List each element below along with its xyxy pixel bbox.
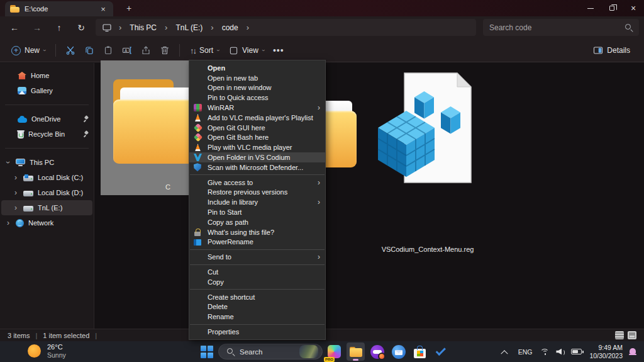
menu-item-copy[interactable]: Copy (189, 277, 325, 287)
up-button[interactable]: ↑ (51, 20, 67, 36)
breadcrumb-item-code[interactable]: code (221, 23, 240, 32)
new-tab-button[interactable]: + (123, 3, 135, 14)
menu-item-cut[interactable]: Cut (189, 267, 325, 277)
clock[interactable]: 9:49 AM 10/30/2023 (589, 344, 623, 360)
close-button[interactable]: × (623, 0, 644, 16)
sort-button[interactable]: ↑↓ Sort › (185, 42, 224, 59)
sidebar-item-tnl-e[interactable]: ›TnL (E:) (1, 200, 92, 215)
menu-item-winrar[interactable]: WinRAR› (189, 103, 325, 113)
tab-close-icon[interactable]: × (98, 4, 108, 14)
details-view-toggle-icon[interactable] (615, 331, 624, 339)
menu-item-pin-to-quick-access[interactable]: Pin to Quick access (189, 93, 325, 103)
language-indicator[interactable]: ENG (518, 348, 533, 356)
copy-button[interactable] (80, 42, 99, 59)
taskbar-search[interactable]: Search (218, 344, 323, 359)
menu-item-give-access-to[interactable]: Give access to› (189, 178, 325, 188)
sidebar-item-local-disk-d[interactable]: ›Local Disk (D:) (1, 185, 92, 200)
menu-item-scan-with-microsoft-defender[interactable]: Scan with Microsoft Defender... (189, 162, 325, 173)
back-button[interactable]: ← (6, 20, 23, 36)
details-pane-button[interactable]: Details (588, 42, 635, 59)
taskbar: 26°C Sunny Search PRO ENG 9:49 AM 10/30/… (0, 341, 644, 362)
chevron-up-icon[interactable] (501, 350, 508, 357)
start-button[interactable] (200, 345, 214, 359)
taskbar-apps: PRO (325, 342, 450, 361)
chevron-right-icon[interactable]: › (13, 205, 19, 211)
menu-separator (190, 289, 325, 290)
menu-item-play-with-vlc-media-player[interactable]: Play with VLC media player (189, 142, 325, 152)
new-button[interactable]: + New › (6, 42, 50, 59)
volume-icon[interactable] (556, 348, 565, 356)
menu-item-open[interactable]: Open (189, 63, 325, 73)
menu-item-label: Open in new tab (208, 74, 322, 82)
menu-item-create-shortcut[interactable]: Create shortcut (189, 292, 325, 302)
breadcrumb-item-tnl-e[interactable]: TnL (E:) (174, 23, 204, 32)
sidebar-item-gallery[interactable]: Gallery (1, 83, 92, 98)
menu-item-rename[interactable]: Rename (189, 312, 325, 322)
vlc-icon (194, 144, 202, 151)
goggles-app-icon (370, 345, 384, 359)
sidebar-item-this-pc[interactable]: ›This PC (1, 155, 92, 170)
menu-item-send-to[interactable]: Send to› (189, 252, 325, 262)
taskbar-app-todo-check-icon[interactable] (432, 342, 450, 361)
minimize-button[interactable] (580, 0, 601, 16)
menu-item-open-git-gui-here[interactable]: Open Git GUI here (189, 123, 325, 133)
git-icon (194, 133, 203, 142)
sidebar-item-onedrive[interactable]: OneDrive (1, 111, 92, 127)
large-icons-view-toggle-icon[interactable] (628, 331, 636, 339)
more-options-button[interactable]: ••• (269, 42, 288, 59)
chevron-right-icon[interactable]: › (13, 174, 19, 181)
menu-item-add-to-vlc-media-player-s-playlist[interactable]: Add to VLC media player's Playlist (189, 113, 325, 123)
forward-button[interactable]: → (29, 20, 45, 36)
taskbar-app-file-explorer-icon[interactable] (347, 342, 365, 361)
view-button[interactable]: View › (224, 42, 269, 59)
weather-widget[interactable]: 26°C Sunny (28, 343, 66, 359)
taskbar-app-goggles-app-icon[interactable] (368, 342, 386, 361)
taskbar-app-thunderbird-icon[interactable] (389, 342, 408, 361)
window-controls: × (580, 0, 644, 16)
sidebar-list: HomeGalleryOneDriveRecycle Bin›This PC›L… (0, 68, 94, 230)
chevron-down-icon[interactable]: › (5, 159, 11, 166)
menu-item-open-in-new-tab[interactable]: Open in new tab (189, 73, 325, 83)
file-list-area[interactable]: C (95, 63, 644, 329)
restore-button[interactable] (601, 0, 623, 16)
registry-file-tile[interactable] (372, 67, 491, 256)
sidebar-item-home[interactable]: Home (1, 68, 92, 83)
paste-button[interactable] (99, 42, 118, 59)
menu-item-label: Open Git Bash here (208, 133, 322, 141)
menu-item-restore-previous-versions[interactable]: Restore previous versions (189, 188, 325, 198)
chevron-right-icon[interactable]: › (13, 189, 19, 196)
battery-icon[interactable] (571, 349, 582, 354)
menu-item-properties[interactable]: Properties (189, 327, 325, 337)
search-input[interactable] (489, 23, 625, 32)
menu-item-powerrename[interactable]: PowerRename (189, 237, 325, 247)
menu-item-what-s-using-this-file[interactable]: What's using this file? (189, 227, 325, 237)
rename-button[interactable]: A (118, 42, 136, 59)
sidebar-item-local-disk-c[interactable]: ›Local Disk (C:) (1, 170, 92, 185)
cut-button[interactable] (61, 42, 80, 59)
notification-bell-icon[interactable] (629, 348, 636, 356)
rename-icon: A (122, 45, 132, 55)
menu-item-include-in-library[interactable]: Include in library› (189, 197, 325, 207)
search-box[interactable] (483, 19, 639, 36)
menu-item-copy-as-path[interactable]: Copy as path (189, 217, 325, 227)
delete-button[interactable] (155, 42, 174, 59)
menu-item-pin-to-start[interactable]: Pin to Start (189, 207, 325, 217)
menu-item-label: Copy as path (208, 218, 322, 226)
chevron-right-icon[interactable]: › (5, 220, 11, 226)
share-button[interactable] (136, 42, 155, 59)
sidebar-item-recycle-bin[interactable]: Recycle Bin (1, 127, 92, 142)
explorer-tab[interactable]: E:\code × (5, 1, 113, 16)
taskbar-app-microsoft-store-icon[interactable] (411, 342, 429, 361)
breadcrumb-item-this-pc[interactable]: This PC (128, 23, 158, 32)
taskbar-app-creative-app-pro-icon[interactable]: PRO (325, 342, 343, 361)
menu-item-open-folder-in-vs-codium[interactable]: Open Folder in VS Codium (189, 152, 325, 162)
sidebar-item-label: This PC (30, 159, 92, 166)
sidebar-item-network[interactable]: ›Network (1, 215, 92, 230)
wifi-icon[interactable] (540, 348, 550, 356)
menu-item-open-git-bash-here[interactable]: Open Git Bash here (189, 133, 325, 143)
menu-item-delete[interactable]: Delete (189, 302, 325, 312)
menu-item-open-in-new-window[interactable]: Open in new window (189, 83, 325, 93)
breadcrumb[interactable]: ›This PC›TnL (E:)›code› (96, 19, 476, 36)
onedrive-icon (18, 118, 27, 123)
refresh-button[interactable]: ↻ (73, 20, 89, 36)
